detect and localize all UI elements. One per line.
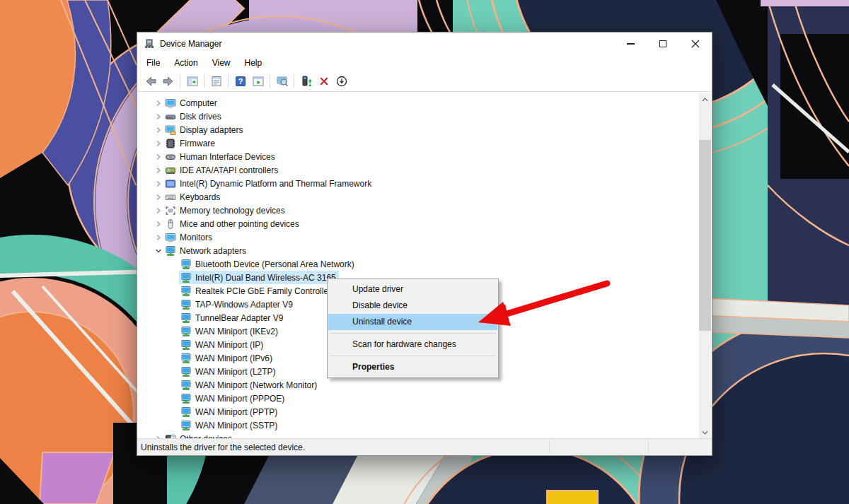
tree-item-body[interactable]: Memory technology devices <box>163 204 288 217</box>
tree-item[interactable]: Firmware <box>137 136 712 150</box>
show-console-tree-icon[interactable] <box>183 72 201 90</box>
chevron-right-icon[interactable] <box>154 192 163 202</box>
context-menu-item-scan-for-hardware-changes[interactable]: Scan for hardware changes <box>328 336 497 353</box>
tree-item[interactable]: WAN Miniport (SSTP) <box>137 418 712 432</box>
title-bar[interactable]: Device Manager <box>137 33 712 55</box>
tree-item-body[interactable]: ?Other devices <box>163 432 235 438</box>
tree-item-body[interactable]: Computer <box>163 96 220 110</box>
close-button[interactable] <box>679 33 712 55</box>
tree-item-body[interactable]: WAN Miniport (IP) <box>179 338 266 351</box>
menu-help[interactable]: Help <box>238 56 270 70</box>
uninstall-device-icon[interactable] <box>315 72 333 90</box>
update-driver-icon[interactable] <box>297 72 315 90</box>
chevron-right-icon[interactable] <box>154 98 163 108</box>
tree-item-body[interactable]: WAN Miniport (Network Monitor) <box>179 378 320 392</box>
tree-item-body[interactable]: WAN Miniport (PPTP) <box>179 405 280 418</box>
tree-item-body[interactable]: Disk drives <box>163 110 224 123</box>
tree-item-body[interactable]: Human Interface Devices <box>163 150 278 163</box>
chevron-right-icon[interactable] <box>154 112 163 122</box>
chevron-right-icon[interactable] <box>154 219 163 229</box>
minimize-icon <box>627 43 635 44</box>
maximize-button[interactable] <box>647 33 679 55</box>
tree-item[interactable]: Network adapters <box>137 244 712 257</box>
tree-item[interactable]: IDE ATA/ATAPI controllers <box>137 163 712 177</box>
chevron-right-icon[interactable] <box>154 179 163 189</box>
tree-item-label: Realtek PCIe GbE Family Controller <box>195 286 331 296</box>
chevron-right-icon[interactable] <box>154 233 163 242</box>
scan-hardware-changes-icon[interactable] <box>273 72 291 90</box>
tree-item-body[interactable]: WAN Miniport (SSTP) <box>179 418 280 432</box>
scroll-down-button[interactable] <box>699 426 711 438</box>
tree-item-body[interactable]: Keyboards <box>163 190 223 204</box>
tree-item-body[interactable]: WAN Miniport (IKEv2) <box>179 324 281 338</box>
tree-item-body[interactable]: Network adapters <box>163 244 249 257</box>
tree-item[interactable]: Monitors <box>137 230 712 244</box>
tree-item-body[interactable]: Firmware <box>163 136 218 150</box>
chevron-right-icon[interactable] <box>154 206 163 216</box>
minimize-button[interactable] <box>614 33 647 55</box>
device-tree: ComputerDisk drivesDisplay adaptersFirmw… <box>137 92 712 438</box>
chevron-placeholder <box>169 407 179 417</box>
action-pane-icon[interactable] <box>249 72 267 90</box>
back-icon[interactable] <box>142 72 159 90</box>
properties-icon[interactable] <box>207 72 225 90</box>
tree-item-body[interactable]: Display adapters <box>163 123 246 136</box>
tree-item[interactable]: Disk drives <box>137 110 712 123</box>
context-menu-item-uninstall-device[interactable]: Uninstall device <box>328 314 497 330</box>
scrollbar-thumb[interactable] <box>699 140 711 331</box>
vertical-scrollbar[interactable] <box>699 93 711 438</box>
context-menu-item-disable-device[interactable]: Disable device <box>328 298 497 314</box>
tree-item-selected[interactable]: Intel(R) Dual Band Wireless-AC 3165 <box>179 271 339 284</box>
forward-icon[interactable] <box>159 72 177 90</box>
chevron-right-icon[interactable] <box>154 152 163 162</box>
tree-item-label: Monitors <box>180 233 212 242</box>
disable-device-icon[interactable] <box>333 72 350 90</box>
memory-icon <box>165 205 176 216</box>
tree-item[interactable]: Display adapters <box>137 123 712 136</box>
device-tree-pane: ComputerDisk drivesDisplay adaptersFirmw… <box>137 91 712 438</box>
tree-item-body[interactable]: Monitors <box>163 230 215 244</box>
scroll-up-button[interactable] <box>699 93 711 105</box>
tree-item-label: WAN Miniport (SSTP) <box>195 421 277 430</box>
menu-view[interactable]: View <box>205 56 238 70</box>
tree-item[interactable]: Human Interface Devices <box>137 150 712 163</box>
context-menu-item-update-driver[interactable]: Update driver <box>328 281 497 298</box>
chevron-down-icon[interactable] <box>154 246 163 256</box>
tree-item[interactable]: WAN Miniport (PPTP) <box>137 405 712 418</box>
context-menu-item-properties[interactable]: Properties <box>328 359 497 375</box>
chevron-right-icon[interactable] <box>154 125 163 135</box>
tree-item-body[interactable]: WAN Miniport (PPPOE) <box>179 392 287 405</box>
chevron-right-icon[interactable] <box>154 165 163 175</box>
tree-item[interactable]: Mice and other pointing devices <box>137 217 712 230</box>
tree-item[interactable]: Keyboards <box>137 190 712 204</box>
toolbar-separator <box>294 74 294 88</box>
tree-item-body[interactable]: TAP-Windows Adapter V9 <box>179 298 296 311</box>
menu-action[interactable]: Action <box>167 56 204 70</box>
tree-item[interactable]: WAN Miniport (Network Monitor) <box>137 378 712 392</box>
toolbar: ? <box>137 71 712 91</box>
help-icon[interactable]: ? <box>231 72 249 90</box>
chevron-right-icon[interactable] <box>154 139 163 148</box>
tree-item[interactable]: Intel(R) Dynamic Platform and Thermal Fr… <box>137 177 712 190</box>
tree-item-body[interactable]: Intel(R) Dynamic Platform and Thermal Fr… <box>163 177 374 190</box>
chevron-placeholder <box>169 286 179 296</box>
tree-item[interactable]: Bluetooth Device (Personal Area Network) <box>137 257 712 271</box>
tree-item[interactable]: Computer <box>137 96 712 110</box>
tree-item-body[interactable]: Realtek PCIe GbE Family Controller <box>179 284 334 298</box>
tree-item-body[interactable]: IDE ATA/ATAPI controllers <box>163 163 281 177</box>
status-pane-separator <box>648 440 649 454</box>
tree-item[interactable]: ?Other devices <box>137 432 712 438</box>
tree-item-body[interactable]: WAN Miniport (L2TP) <box>179 365 279 378</box>
other-icon: ? <box>165 433 176 439</box>
tree-item-body[interactable]: Bluetooth Device (Personal Area Network) <box>179 257 357 271</box>
tree-item-body[interactable]: Mice and other pointing devices <box>163 217 302 230</box>
tree-item[interactable]: WAN Miniport (PPPOE) <box>137 392 712 405</box>
chevron-placeholder <box>169 353 179 363</box>
tree-item-label: WAN Miniport (PPPOE) <box>195 394 284 404</box>
tree-item-body[interactable]: TunnelBear Adapter V9 <box>179 311 286 324</box>
tree-item[interactable]: Memory technology devices <box>137 204 712 217</box>
close-icon <box>691 40 700 48</box>
menu-file[interactable]: File <box>139 56 167 70</box>
maximize-icon <box>659 40 666 47</box>
tree-item-body[interactable]: WAN Miniport (IPv6) <box>179 351 275 365</box>
